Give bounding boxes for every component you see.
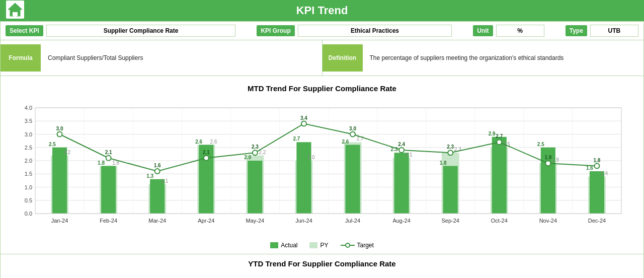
svg-text:Aug-24: Aug-24	[392, 218, 410, 224]
definition-cell: Definition The percentage of suppliers m…	[323, 40, 644, 76]
legend-target-label: Target	[357, 242, 374, 249]
svg-text:0.0: 0.0	[25, 211, 32, 217]
home-icon[interactable]	[6, 1, 24, 21]
svg-rect-48	[150, 179, 165, 214]
svg-rect-57	[590, 171, 604, 214]
svg-text:2.2: 2.2	[63, 150, 70, 155]
formula-label: Formula	[1, 44, 41, 72]
select-kpi-label: Select KPI	[6, 25, 43, 36]
legend-target-line-icon	[341, 242, 355, 249]
info-row: Formula Compliant Suppliers/Total Suppli…	[0, 40, 644, 76]
svg-text:4.0: 4.0	[25, 105, 32, 111]
svg-text:Oct-24: Oct-24	[491, 218, 508, 224]
svg-text:3.0: 3.0	[56, 126, 63, 131]
chart-legend: Actual PY Target	[6, 242, 638, 249]
svg-text:2.6: 2.6	[342, 139, 349, 145]
mtd-chart-container: MTD Trend For Supplier Compliance Rate 0…	[0, 76, 644, 254]
svg-text:2.1: 2.1	[406, 152, 413, 158]
svg-text:1.5: 1.5	[25, 171, 32, 177]
page-title: KPI Trend	[296, 4, 348, 17]
svg-point-89	[399, 148, 404, 153]
legend-actual: Actual	[270, 242, 297, 249]
unit-label: Unit	[473, 25, 493, 36]
legend-target: Target	[341, 242, 374, 249]
svg-text:3.0: 3.0	[25, 131, 32, 137]
legend-actual-label: Actual	[281, 242, 297, 249]
svg-text:Dec-24: Dec-24	[588, 218, 606, 224]
svg-rect-47	[101, 166, 116, 214]
formula-cell: Formula Compliant Suppliers/Total Suppli…	[1, 40, 323, 76]
svg-point-93	[594, 164, 599, 169]
svg-rect-2	[13, 12, 18, 16]
svg-text:1.1: 1.1	[161, 178, 168, 184]
definition-label: Definition	[323, 44, 363, 72]
svg-point-87	[301, 121, 306, 126]
svg-rect-53	[394, 153, 409, 214]
type-value[interactable]: UTB	[590, 25, 638, 37]
svg-text:Jun-24: Jun-24	[295, 218, 312, 224]
svg-text:2.5: 2.5	[537, 142, 544, 147]
svg-text:1.0: 1.0	[25, 184, 32, 190]
svg-text:2.1: 2.1	[105, 150, 112, 155]
svg-text:2.0: 2.0	[244, 155, 251, 160]
svg-text:1.9: 1.9	[544, 155, 551, 160]
select-kpi-value[interactable]: Supplier Compliance Rate	[46, 25, 236, 37]
legend-py: PY	[309, 242, 328, 249]
kpi-group-value[interactable]: Ethical Practices	[298, 25, 452, 37]
svg-text:2.7: 2.7	[496, 133, 503, 139]
svg-point-91	[497, 140, 502, 145]
svg-rect-51	[296, 142, 311, 214]
svg-text:2.6: 2.6	[195, 139, 202, 145]
svg-text:1.8: 1.8	[98, 160, 105, 166]
svg-text:2.5: 2.5	[49, 142, 56, 147]
svg-point-85	[204, 156, 209, 161]
svg-rect-55	[492, 137, 507, 214]
formula-text: Compliant Suppliers/Total Suppliers	[41, 51, 150, 64]
svg-text:3.0: 3.0	[349, 126, 356, 131]
svg-rect-52	[345, 145, 360, 214]
svg-text:May-24: May-24	[246, 218, 265, 224]
svg-text:3.5: 3.5	[25, 118, 32, 124]
svg-point-88	[350, 132, 355, 137]
svg-rect-46	[52, 148, 67, 214]
unit-value[interactable]: %	[496, 25, 544, 37]
svg-rect-50	[248, 161, 262, 214]
svg-text:2.9: 2.9	[489, 131, 496, 136]
svg-text:1.4: 1.4	[601, 171, 608, 176]
kpi-selection-row: Select KPI Supplier Compliance Rate KPI …	[0, 21, 644, 40]
svg-text:2.3: 2.3	[252, 144, 259, 150]
ytd-chart-title: YTD Trend For Supplier Compliance Rate	[6, 259, 638, 268]
svg-text:Nov-24: Nov-24	[539, 218, 557, 224]
svg-text:2.3: 2.3	[447, 144, 454, 150]
mtd-chart-svg: 0.00.51.01.52.02.53.03.54.02.51.81.32.62…	[13, 98, 631, 239]
svg-text:Jul-24: Jul-24	[345, 218, 360, 224]
svg-text:0.5: 0.5	[25, 197, 32, 203]
svg-point-90	[448, 150, 453, 155]
legend-py-label: PY	[320, 242, 328, 249]
svg-text:1.6: 1.6	[154, 163, 161, 168]
svg-text:2.5: 2.5	[25, 145, 32, 151]
svg-point-84	[155, 169, 160, 174]
legend-actual-box	[270, 242, 278, 248]
svg-text:1.3: 1.3	[146, 173, 153, 179]
svg-rect-54	[443, 166, 458, 214]
svg-text:Jan-24: Jan-24	[51, 218, 68, 224]
svg-text:Sep-24: Sep-24	[441, 218, 459, 224]
svg-text:2.1: 2.1	[203, 150, 210, 155]
svg-text:Mar-24: Mar-24	[148, 218, 166, 224]
svg-point-83	[106, 156, 111, 161]
header: KPI Trend	[0, 0, 644, 21]
legend-py-box	[309, 242, 317, 248]
mtd-chart-title: MTD Trend For Supplier Compliance Rate	[6, 84, 638, 93]
kpi-group-label: KPI Group	[257, 25, 294, 36]
svg-text:Feb-24: Feb-24	[100, 218, 117, 224]
svg-point-120	[346, 243, 350, 247]
svg-text:2.4: 2.4	[398, 142, 405, 147]
svg-text:2.0: 2.0	[25, 158, 32, 164]
svg-point-92	[545, 161, 550, 166]
svg-text:2.7: 2.7	[293, 136, 300, 142]
type-label: Type	[566, 25, 587, 36]
svg-text:2.0: 2.0	[308, 155, 315, 160]
svg-text:1.9: 1.9	[552, 157, 559, 163]
svg-text:2.6: 2.6	[210, 139, 217, 145]
